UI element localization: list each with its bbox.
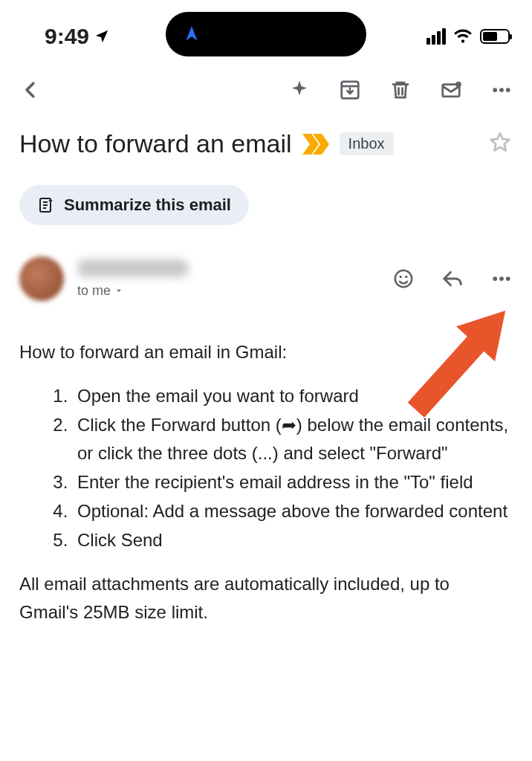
svg-point-16: [506, 276, 510, 281]
svg-point-3: [455, 82, 461, 88]
location-arrow-icon: [94, 28, 110, 45]
sender-avatar[interactable]: [19, 256, 64, 301]
sender-row: to me: [0, 225, 532, 301]
svg-point-12: [400, 276, 403, 279]
sender-name: [77, 259, 189, 277]
back-button[interactable]: [19, 79, 42, 101]
list-item: Open the email you want to forward: [73, 382, 513, 409]
status-bar: 9:49: [0, 0, 532, 59]
subject-row: How to forward an email Inbox: [0, 120, 532, 164]
email-toolbar: [0, 59, 532, 120]
summarize-icon: [37, 196, 55, 214]
svg-point-14: [493, 276, 497, 281]
svg-point-11: [395, 271, 412, 288]
star-button[interactable]: [487, 130, 513, 158]
nav-arrow-icon: [182, 25, 201, 44]
email-subject: How to forward an email: [19, 129, 292, 158]
time-text: 9:49: [45, 24, 89, 49]
delete-button[interactable]: [389, 79, 412, 101]
status-time: 9:49: [45, 24, 110, 49]
list-item: Enter the recipient's email address in t…: [73, 468, 513, 496]
battery-icon: [480, 29, 510, 44]
list-item: Optional: Add a message above the forwar…: [73, 497, 513, 525]
recipient-line[interactable]: to me: [77, 283, 189, 299]
message-more-button[interactable]: [490, 268, 513, 290]
body-footer: All email attachments are automatically …: [19, 570, 513, 625]
summarize-email-button[interactable]: Summarize this email: [19, 185, 249, 225]
wifi-icon: [453, 28, 473, 45]
more-actions-button[interactable]: [490, 79, 513, 101]
mark-unread-button[interactable]: [440, 79, 462, 101]
reply-button[interactable]: [441, 268, 464, 290]
sender-info[interactable]: to me: [77, 259, 189, 299]
body-intro: How to forward an email in Gmail:: [19, 338, 513, 366]
react-emoji-button[interactable]: [392, 268, 415, 290]
cellular-signal-icon: [426, 28, 446, 45]
list-item: Click the Forward button (➦) below the e…: [73, 411, 513, 466]
status-icons: [426, 28, 510, 45]
recipient-text: to me: [77, 283, 111, 299]
svg-point-4: [493, 88, 497, 92]
sparkle-icon[interactable]: [288, 79, 311, 101]
list-item: Click Send: [73, 526, 513, 554]
svg-point-13: [405, 276, 408, 279]
summarize-label: Summarize this email: [64, 195, 231, 215]
inbox-label[interactable]: Inbox: [340, 132, 394, 155]
svg-point-5: [499, 88, 504, 92]
dynamic-island: [166, 12, 366, 56]
svg-point-6: [506, 88, 510, 92]
body-steps-list: Open the email you want to forward Click…: [19, 382, 513, 554]
archive-button[interactable]: [339, 79, 361, 101]
email-body: How to forward an email in Gmail: Open t…: [0, 301, 532, 626]
important-marker-icon[interactable]: [302, 134, 329, 155]
chevron-down-icon: [114, 285, 124, 296]
svg-point-15: [499, 276, 504, 281]
